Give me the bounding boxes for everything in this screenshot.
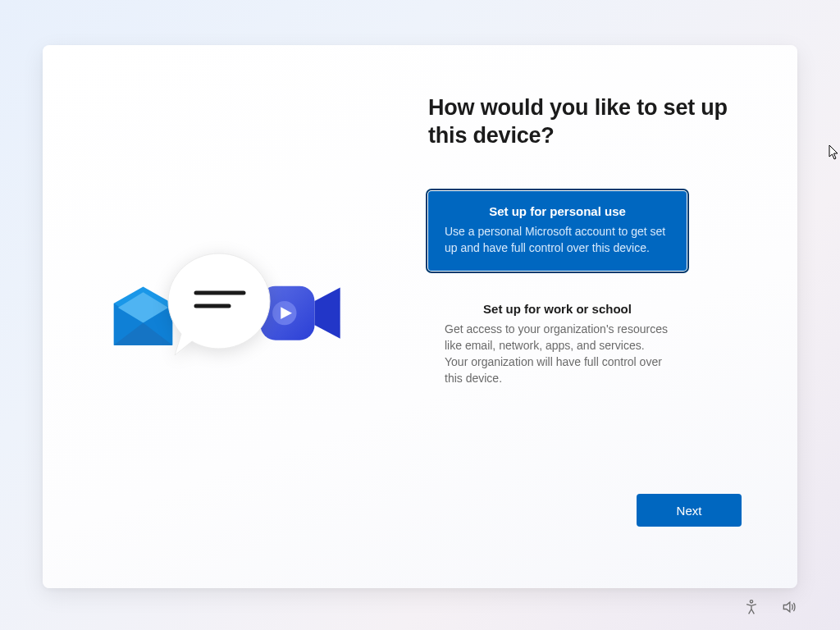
option-description: Get access to your organization's resour…: [445, 321, 670, 386]
volume-icon[interactable]: [781, 599, 797, 615]
illustration-pane: [43, 45, 420, 588]
option-personal-use[interactable]: Set up for personal use Use a personal M…: [428, 191, 687, 271]
setup-card: How would you like to set up this device…: [43, 45, 797, 588]
accessibility-icon[interactable]: [743, 599, 760, 615]
page-title: How would you like to set up this device…: [428, 94, 742, 150]
option-work-school[interactable]: Set up for work or school Get access to …: [428, 289, 687, 401]
option-title: Set up for work or school: [445, 302, 670, 316]
taskbar-utility-icons: [743, 599, 797, 615]
mouse-cursor: [829, 144, 840, 164]
footer-actions: Next: [428, 494, 742, 555]
option-description: Use a personal Microsoft account to get …: [445, 223, 670, 256]
next-button[interactable]: Next: [637, 494, 742, 527]
communication-illustration: [108, 259, 354, 407]
setup-options: Set up for personal use Use a personal M…: [428, 191, 687, 401]
content-pane: How would you like to set up this device…: [420, 45, 797, 588]
chat-bubble-icon: [162, 247, 276, 362]
svg-point-9: [750, 600, 752, 603]
option-title: Set up for personal use: [445, 204, 670, 218]
